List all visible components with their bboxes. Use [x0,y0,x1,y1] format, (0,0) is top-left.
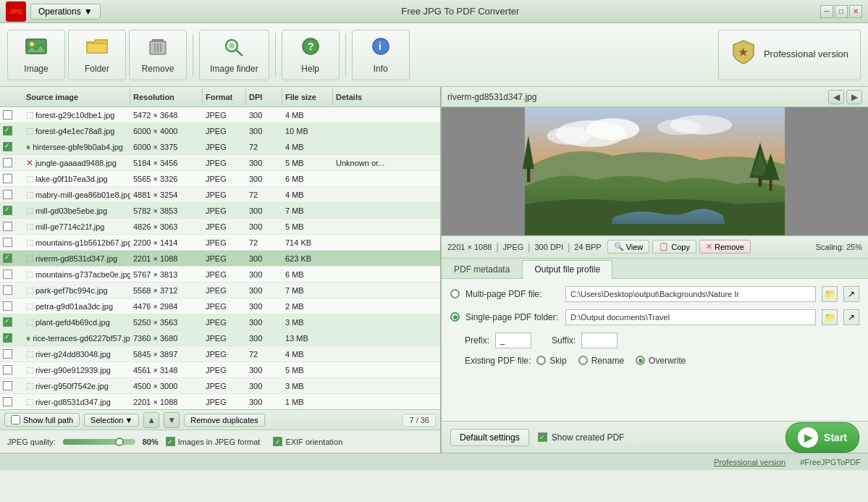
pro-version-button[interactable]: ★ Professional version [718,30,861,80]
show-pdf-checkbox[interactable]: ✓ [538,432,547,442]
file-dpi: 72 [246,238,282,247]
jpeg-format-check[interactable]: ✓ Images in JPEG format [166,437,261,446]
close-button[interactable]: ✕ [849,5,862,18]
file-dpi: 300 [246,398,282,406]
show-pdf-check[interactable]: ✓ Show created PDF [538,432,625,443]
operations-menu-button[interactable]: Operations ▼ [30,4,101,20]
footer-pro-link[interactable]: Professional version [714,458,785,467]
file-checkbox[interactable] [3,333,12,343]
table-row[interactable]: ⬚ plant-gefd4b69cd.jpg 5250 × 3563 JPEG … [0,314,440,330]
tab-pdf-metadata[interactable]: PDF metadata [442,260,522,278]
table-row[interactable]: ⬚ river-g24dd83048.jpg 5845 × 3897 JPEG … [0,346,440,362]
default-settings-button[interactable]: Default settings [450,429,529,446]
move-up-button[interactable]: ▲ [143,412,159,428]
table-row[interactable]: ⬚ river-g950f7542e.jpg 4500 × 3000 JPEG … [0,378,440,394]
table-row[interactable]: ♦ hintersee-gbfe9b0ab4.jpg 6000 × 3375 J… [0,139,440,155]
file-checkbox[interactable] [3,285,12,295]
file-checkbox[interactable] [3,126,12,135]
table-row[interactable]: ⬚ petra-g9d01aa3dc.jpg 4476 × 2984 JPEG … [0,298,440,314]
move-down-button[interactable]: ▼ [164,412,180,428]
rename-radio[interactable] [578,356,588,365]
info-tool-button[interactable]: i Info [352,30,410,80]
show-path-button[interactable]: Show full path [4,413,80,427]
image-label: Image [24,64,48,74]
file-checkbox[interactable] [3,238,12,247]
file-checkbox[interactable] [3,110,12,120]
remove-preview-button[interactable]: ✕ Remove [699,240,751,254]
file-format: JPEG [203,206,246,215]
start-button[interactable]: ▶ Start [785,422,859,453]
tab-output-profile[interactable]: Output file profile [522,260,612,279]
maximize-button[interactable]: □ [835,5,848,18]
file-checkbox[interactable] [3,142,12,151]
file-checkbox[interactable] [3,301,12,311]
overwrite-radio-option[interactable]: Overwrite [636,356,686,366]
file-checkbox[interactable] [3,317,12,327]
remove-tool-button[interactable]: Remove [129,30,187,80]
preview-prev-button[interactable]: ◀ [828,90,844,104]
skip-radio[interactable] [536,356,546,365]
view-button[interactable]: 🔍 View [607,240,650,254]
copy-button[interactable]: 📋 Copy [652,240,696,254]
file-checkbox[interactable] [3,190,12,199]
file-checkbox[interactable] [3,269,12,279]
table-row[interactable]: ⬚ mountains-g1b5612b67.jpg 2200 × 1414 J… [0,235,440,251]
table-row[interactable]: ⬚ riverm-gd8531d347.jpg 2201 × 1088 JPEG… [0,251,440,267]
table-row[interactable]: ♦ rice-terraces-gd6227bf57.jpg 7360 × 36… [0,330,440,346]
table-row[interactable]: ⬚ forest-g4e1ec78a8.jpg 6000 × 4000 JPEG… [0,123,440,139]
file-size: 5 MB [282,222,333,231]
table-row[interactable]: ⬚ lake-g0f1b7ea3d.jpg 5565 × 3326 JPEG 3… [0,171,440,187]
quality-slider-thumb[interactable] [115,438,124,446]
table-row[interactable]: ⬚ forest-g29c10dbe1.jpg 5472 × 3648 JPEG… [0,107,440,123]
suffix-input[interactable] [581,332,618,348]
exif-orientation-check[interactable]: ✓ EXIF orientation [273,437,342,446]
selection-label: Selection [90,416,123,424]
minimize-button[interactable]: ─ [820,5,833,18]
file-checkbox[interactable] [3,349,12,359]
file-resolution: 6000 × 4000 [130,127,203,135]
singlepage-path-input[interactable] [565,309,816,325]
table-row[interactable]: ⬚ mill-gd03be5ebe.jpg 5782 × 3853 JPEG 3… [0,203,440,219]
file-dpi: 72 [246,350,282,359]
file-checkbox[interactable] [3,158,12,167]
table-row[interactable]: ⬚ mabry-mill-gea86b01e8.jpg 4881 × 3254 … [0,187,440,203]
multipage-browse-button[interactable]: 📁 [822,286,838,302]
table-row[interactable]: ⬚ river-gd8531d347.jpg 2201 × 1088 JPEG … [0,394,440,409]
multipage-radio[interactable] [450,289,460,298]
table-row[interactable]: ⬚ mill-ge7714c21f.jpg 4826 × 3063 JPEG 3… [0,219,440,235]
multipage-path-input[interactable] [565,286,816,302]
skip-radio-option[interactable]: Skip [536,356,566,366]
image-tool-button[interactable]: Image [7,30,65,80]
rename-radio-option[interactable]: Rename [578,356,624,366]
file-checkbox[interactable] [3,222,12,231]
file-checkbox[interactable] [3,397,12,406]
preview-next-button[interactable]: ▶ [846,90,862,104]
jpeg-format-checkbox[interactable]: ✓ [166,437,175,446]
multipage-open-button[interactable]: ↗ [843,286,859,302]
file-dpi: 300 [246,111,282,120]
jpeg-quality-slider[interactable] [63,439,135,445]
file-checkbox[interactable] [3,365,12,375]
singlepage-browse-button[interactable]: 📁 [822,309,838,325]
finder-tool-button[interactable]: Image finder [199,30,269,80]
overwrite-radio[interactable] [636,356,645,365]
file-checkbox[interactable] [3,174,12,183]
file-checkbox[interactable] [3,381,12,390]
file-format: JPEG [203,111,246,120]
file-resolution: 7360 × 3680 [130,334,203,343]
file-checkbox[interactable] [3,254,12,263]
folder-tool-button[interactable]: Folder [68,30,126,80]
table-row[interactable]: ⬚ mountains-g737acbe0e.jpg 5767 × 3813 J… [0,267,440,283]
prefix-input[interactable] [495,332,531,348]
show-path-checkbox[interactable] [11,415,20,424]
exif-checkbox[interactable]: ✓ [273,437,282,446]
remove-duplicates-button[interactable]: Remove duplicates [184,414,265,427]
table-row[interactable]: ⬚ river-g90e912939.jpg 4561 × 3148 JPEG … [0,362,440,378]
table-row[interactable]: ✕ jungle-gaaaad9488.jpg 5184 × 3456 JPEG… [0,155,440,171]
help-tool-button[interactable]: ? Help [282,30,340,80]
singlepage-radio[interactable] [450,312,460,322]
table-row[interactable]: ⬚ park-gef7bc994c.jpg 5568 × 3712 JPEG 3… [0,283,440,298]
singlepage-open-button[interactable]: ↗ [843,309,859,325]
file-checkbox[interactable] [3,206,12,215]
selection-button[interactable]: Selection ▼ [84,414,139,427]
